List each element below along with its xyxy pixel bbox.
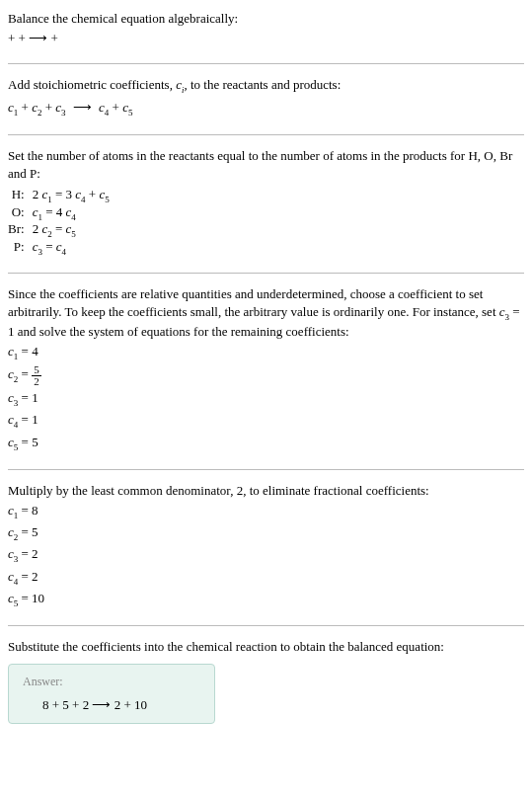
atoms-equation: 2 c2 = c5	[33, 221, 110, 239]
solve2-intro: Multiply by the least common denominator…	[8, 482, 524, 500]
answer-box: Answer: 8 + 5 + 2 ⟶ 2 + 10	[8, 664, 215, 724]
atoms-equation: c1 = 4 c4	[33, 204, 110, 222]
intro-eq: + + ⟶ +	[8, 30, 524, 47]
divider	[8, 625, 524, 626]
final-intro: Substitute the coefficients into the che…	[8, 638, 524, 656]
divider	[8, 273, 524, 274]
coefficient-row: c3 = 1	[8, 389, 524, 409]
step1-text: Add stoichiometric coefficients, ci, to …	[8, 76, 524, 96]
answer-eq: 8 + 5 + 2 ⟶ 2 + 10	[23, 697, 200, 713]
atoms-element-label: Br:	[8, 221, 33, 239]
coefficient-row: c1 = 4	[8, 343, 524, 362]
atoms-equation: c3 = c4	[33, 239, 110, 257]
coefficient-row: c2 = 52	[8, 364, 524, 387]
solve1-list: c1 = 4c2 = 52c3 = 1c4 = 1c5 = 5	[8, 343, 524, 453]
divider	[8, 469, 524, 470]
atoms-row: O:c1 = 4 c4	[8, 204, 110, 222]
coefficient-row: c5 = 5	[8, 434, 524, 453]
atoms-row: Br:2 c2 = c5	[8, 221, 110, 239]
final-section: Substitute the coefficients into the che…	[8, 638, 524, 724]
atoms-table: H:2 c1 = 3 c4 + c5O:c1 = 4 c4Br:2 c2 = c…	[8, 187, 110, 256]
coefficient-row: c5 = 10	[8, 590, 524, 609]
coefficient-row: c1 = 8	[8, 502, 524, 521]
atoms-element-label: P:	[8, 239, 33, 257]
coefficient-row: c4 = 2	[8, 568, 524, 588]
atoms-section: Set the number of atoms in the reactants…	[8, 147, 524, 257]
atoms-row: P:c3 = c4	[8, 239, 110, 257]
atoms-element-label: O:	[8, 204, 33, 222]
solve2-section: Multiply by the least common denominator…	[8, 482, 524, 609]
atoms-equation: 2 c1 = 3 c4 + c5	[33, 187, 110, 204]
solve1-section: Since the coefficients are relative quan…	[8, 285, 524, 453]
atoms-element-label: H:	[8, 187, 33, 204]
step1-section: Add stoichiometric coefficients, ci, to …	[8, 76, 524, 118]
step1-eq: c1 + c2 + c3 ⟶ c4 + c5	[8, 99, 524, 119]
coefficient-row: c4 = 1	[8, 411, 524, 431]
solve1-intro: Since the coefficients are relative quan…	[8, 285, 524, 342]
divider	[8, 134, 524, 135]
divider	[8, 63, 524, 64]
atoms-row: H:2 c1 = 3 c4 + c5	[8, 187, 110, 204]
coefficient-row: c3 = 2	[8, 545, 524, 565]
coefficient-row: c2 = 5	[8, 523, 524, 543]
answer-label: Answer:	[23, 675, 200, 689]
intro-section: Balance the chemical equation algebraica…	[8, 10, 524, 47]
solve2-list: c1 = 8c2 = 5c3 = 2c4 = 2c5 = 10	[8, 502, 524, 609]
atoms-intro: Set the number of atoms in the reactants…	[8, 147, 524, 183]
intro-title: Balance the chemical equation algebraica…	[8, 10, 524, 28]
